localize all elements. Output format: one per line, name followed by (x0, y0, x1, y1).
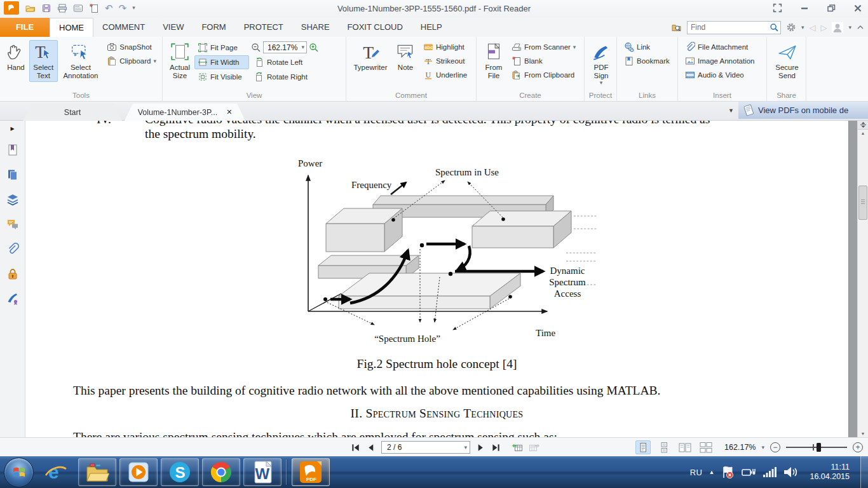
taskbar-foxit-reader[interactable]: PDF (292, 458, 330, 486)
vertical-scrollbar[interactable]: ▲ ▼ (857, 121, 868, 437)
rotate-left-button[interactable]: Rotate Left (251, 55, 306, 69)
redo-button[interactable]: ↷ (119, 3, 127, 13)
highlight-button[interactable]: abc Highlight (420, 40, 470, 54)
secure-send-button[interactable]: Secure Send (771, 40, 803, 82)
volume-icon[interactable] (783, 466, 798, 478)
start-button[interactable] (4, 458, 34, 487)
zoom-in-tool[interactable] (309, 43, 319, 53)
image-annotation-button[interactable]: Image Annotation (682, 54, 758, 68)
search-input[interactable] (687, 21, 781, 34)
page-number-combo[interactable]: 2 / 6 ▾ (381, 441, 470, 454)
scroll-thumb[interactable] (858, 186, 867, 220)
actual-size-button[interactable]: Actual Size (166, 40, 193, 82)
email-button[interactable] (73, 3, 83, 13)
sidebar-item-signature[interactable] (5, 292, 20, 306)
zoom-slider[interactable] (786, 442, 847, 452)
network-icon[interactable] (763, 466, 776, 478)
tab-foxit-cloud[interactable]: FOXIT CLOUD (339, 18, 412, 37)
foxit-logo-button[interactable] (4, 1, 19, 15)
scrollbar-split-handle[interactable] (858, 121, 868, 130)
zoom-level-combo[interactable]: 162.17% ▾ (263, 41, 307, 53)
settings-gear-button[interactable] (786, 22, 796, 32)
tab-form[interactable]: FORM (193, 18, 234, 37)
open-button[interactable] (25, 3, 36, 13)
facing-view-button[interactable] (677, 440, 693, 454)
previous-view-button[interactable] (512, 442, 523, 452)
pdf-sign-button[interactable]: PDF Sign▾ (588, 40, 614, 88)
taskbar-windows-explorer[interactable] (78, 458, 116, 486)
next-page-button[interactable] (476, 443, 485, 452)
search-icon[interactable] (770, 23, 779, 32)
sidebar-item-comments[interactable] (5, 217, 20, 231)
typewriter-button[interactable]: T Typewriter (350, 40, 391, 74)
bookmark-button[interactable]: Bookmark (621, 54, 673, 68)
single-page-view-button[interactable] (635, 440, 651, 454)
fit-page-button[interactable]: Fit Page (194, 41, 249, 55)
print-button[interactable] (57, 3, 67, 13)
zoom-percentage[interactable]: 162.17% (724, 443, 756, 452)
tab-help[interactable]: HELP (412, 18, 451, 37)
tab-document[interactable]: Volume-1Number-3P... ✕ (125, 104, 245, 121)
sidebar-item-pages[interactable] (5, 168, 20, 182)
zoom-slider-handle[interactable] (817, 443, 821, 452)
power-icon[interactable] (741, 466, 756, 478)
fullscreen-button[interactable] (772, 3, 783, 13)
tab-close-icon[interactable]: ✕ (226, 108, 232, 116)
taskbar-word[interactable]: W (243, 458, 281, 486)
rotate-right-button[interactable]: Rotate Right (251, 70, 311, 84)
history-forward-icon[interactable]: ▷ (820, 23, 827, 32)
tab-share[interactable]: SHARE (292, 18, 339, 37)
zoom-in-button[interactable]: + (853, 442, 863, 452)
restore-button[interactable] (826, 3, 836, 13)
blank-button[interactable]: Blank (508, 54, 579, 68)
continuous-facing-view-button[interactable] (698, 440, 714, 454)
snapshot-button[interactable]: SnapShot (104, 40, 159, 54)
taskbar-internet-explorer[interactable]: e (37, 458, 75, 486)
tab-home[interactable]: HOME (50, 18, 93, 37)
sidebar-expand-icon[interactable]: ▶ (5, 125, 20, 132)
tab-view[interactable]: VIEW (154, 18, 193, 37)
show-desktop-button[interactable] (860, 456, 868, 488)
tab-list-icon[interactable]: ▼ (728, 107, 734, 114)
audio-video-button[interactable]: Audio & Video (682, 68, 758, 82)
undo-button[interactable]: ↶ (105, 3, 113, 13)
from-scanner-button[interactable]: From Scanner ▾ (508, 40, 579, 54)
from-clipboard-button[interactable]: From Clipboard (508, 68, 579, 82)
gear-caret-icon[interactable]: ▾ (801, 25, 804, 30)
action-center-icon[interactable] (721, 465, 735, 479)
show-hidden-icons[interactable]: ▲ (709, 469, 715, 475)
scroll-up-icon[interactable]: ▲ (858, 131, 868, 135)
last-page-button[interactable] (491, 443, 501, 452)
user-avatar[interactable] (832, 22, 843, 33)
continuous-view-button[interactable] (656, 440, 672, 454)
zoom-percent-caret-icon[interactable]: ▾ (761, 445, 764, 451)
tab-start[interactable]: Start (23, 104, 122, 121)
zoom-out-button[interactable]: − (770, 442, 780, 452)
note-button[interactable]: Note (392, 40, 419, 74)
new-document-button[interactable] (89, 3, 99, 13)
sidebar-item-attachments[interactable] (5, 242, 20, 256)
zoom-out-tool[interactable] (251, 43, 261, 53)
scroll-down-icon[interactable]: ▼ (858, 431, 868, 436)
fit-width-button[interactable]: Fit Width (194, 55, 249, 69)
prev-page-button[interactable] (366, 443, 376, 452)
collapse-ribbon-button[interactable] (857, 24, 864, 30)
close-button[interactable] (853, 3, 863, 13)
from-file-button[interactable]: From File (480, 40, 507, 82)
sidebar-item-security[interactable] (5, 267, 20, 281)
tab-comment[interactable]: COMMENT (93, 18, 154, 37)
next-view-button[interactable] (529, 442, 540, 452)
clock[interactable]: 11:11 16.04.2015 (804, 463, 855, 482)
sidebar-item-layers[interactable] (5, 193, 20, 207)
avatar-caret-icon[interactable]: ▾ (848, 25, 851, 30)
taskbar-media-player[interactable] (119, 458, 158, 486)
clipboard-button[interactable]: Clipboard ▾ (104, 54, 159, 68)
language-indicator[interactable]: RU (690, 468, 703, 477)
tab-protect[interactable]: PROTECT (235, 18, 292, 37)
tab-file[interactable]: FILE (0, 18, 50, 37)
mobile-promo-banner[interactable]: View PDFs on mobile de (738, 102, 868, 119)
sidebar-item-bookmarks[interactable] (5, 143, 20, 157)
hand-button[interactable]: Hand (4, 40, 28, 74)
minimize-button[interactable] (799, 3, 810, 13)
fit-visible-button[interactable]: Fit Visible (194, 70, 249, 84)
